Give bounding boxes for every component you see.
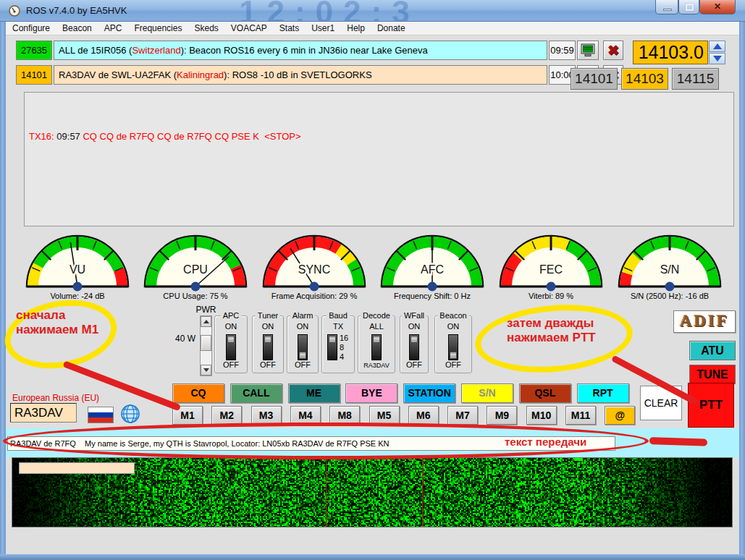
toggle-switch-beacon[interactable] xyxy=(448,334,458,360)
tx-mode-label: TX16: xyxy=(29,131,54,142)
annotation-tx-label: текст передачи xyxy=(505,435,586,449)
window-border-bottom xyxy=(0,554,745,560)
rx-tx-log[interactable]: TX16: 09:57 CQ CQ de R7FQ CQ de R7FQ CQ … xyxy=(24,92,734,226)
power-scrollbar[interactable] xyxy=(200,315,212,376)
switch-lever[interactable] xyxy=(227,336,235,343)
gauge-fec: FECViterbi: 89 % xyxy=(495,232,607,295)
svg-text:VU: VU xyxy=(70,263,85,276)
switch-group-apc: APCONOFF xyxy=(214,315,248,373)
power-label: PWR xyxy=(194,305,218,315)
menu-item-beacon[interactable]: Beacon xyxy=(62,23,92,33)
frequency-badge[interactable]: 14101 xyxy=(16,65,52,85)
toggle-switch-baud[interactable] xyxy=(327,334,337,360)
macro-button-s-n[interactable]: S/N xyxy=(461,383,513,403)
menu-item-frequencies[interactable]: Frequencies xyxy=(134,23,182,33)
red-x-icon: ✖ xyxy=(607,43,619,57)
frequency-preset-14115[interactable]: 14115 xyxy=(672,68,719,90)
monitor-message[interactable]: ALL de 15IR056 (Switzerland): Beacon ROS… xyxy=(54,41,547,60)
russia-flag-icon[interactable] xyxy=(88,407,114,423)
minimize-button[interactable] xyxy=(655,0,678,14)
tune-button[interactable]: TUNE xyxy=(689,365,736,384)
frequency-display[interactable]: 14103.0 xyxy=(633,41,708,64)
macro-button-station[interactable]: STATION xyxy=(403,383,455,403)
globe-icon[interactable] xyxy=(120,404,140,424)
switch-lever[interactable] xyxy=(411,336,418,343)
power-scrollbar-thumb[interactable] xyxy=(201,335,211,351)
computer-icon xyxy=(581,43,595,57)
frequency-preset-14103[interactable]: 14103 xyxy=(621,68,668,90)
background-clock-ghost: 12:02:3 xyxy=(239,0,420,22)
tx-message: CQ CQ de R7FQ CQ de R7FQ CQ PSE K <STOP> xyxy=(83,131,300,142)
toggle-switch-tuner[interactable] xyxy=(263,334,273,360)
gauge-vu: VUVolume: -24 dB xyxy=(22,232,133,295)
waterfall-panel xyxy=(12,457,733,527)
memory-button-m3[interactable]: M3 xyxy=(251,406,282,425)
svg-text:CPU: CPU xyxy=(183,263,208,276)
memory-button-m6[interactable]: M6 xyxy=(408,406,439,425)
memory-button-m9[interactable]: M9 xyxy=(487,406,517,425)
adif-button[interactable]: ADIF xyxy=(673,310,736,333)
annotation-m1-text: сначаланажимаем M1 xyxy=(16,308,98,337)
delete-row-button[interactable]: ✖ xyxy=(603,41,623,60)
toggle-switch-wfall[interactable] xyxy=(409,334,419,360)
switch-lever[interactable] xyxy=(329,336,336,343)
down-arrow-icon xyxy=(203,368,209,372)
switch-group-wfall: WFallONOFF xyxy=(400,315,429,373)
app-icon xyxy=(9,5,20,20)
window-title: ROS v7.4.0 by EA5HVK xyxy=(26,5,127,16)
macro-button-me[interactable]: ME xyxy=(288,383,340,403)
switch-lever[interactable] xyxy=(264,336,272,343)
monitor-row[interactable]: 14101 RA3DAV de SWL-UA2FAK (Kaliningrad)… xyxy=(16,65,624,85)
switch-lever[interactable] xyxy=(373,336,380,343)
frequency-badge[interactable]: 27635 xyxy=(16,41,52,60)
gauge-cpu: CPUCPU Usage: 75 % xyxy=(140,232,251,295)
app-window: 12:02:3 ROS v7.4.0 by EA5HVK ✕ Configure… xyxy=(0,0,745,560)
power-up-button[interactable] xyxy=(201,316,211,327)
memory-button-m10[interactable]: M10 xyxy=(526,406,557,425)
close-button[interactable]: ✕ xyxy=(699,0,736,14)
frequency-up-button[interactable] xyxy=(709,41,725,52)
macro-button-bye[interactable]: BYE xyxy=(345,383,397,403)
macro-button-qsl[interactable]: QSL xyxy=(519,383,571,403)
up-arrow-icon xyxy=(203,320,209,323)
switch-group-beacon: BeaconONOFF xyxy=(434,315,472,373)
macro-button-call[interactable]: CALL xyxy=(230,383,282,403)
memory-button-m11[interactable]: M11 xyxy=(565,406,596,425)
menu-item-voacap[interactable]: VOACAP xyxy=(231,23,267,33)
region-label: European Russia (EU) xyxy=(12,393,99,403)
toggle-switch-apc[interactable] xyxy=(226,334,236,360)
memory-button-m7[interactable]: M7 xyxy=(447,406,478,425)
memory-button-m2[interactable]: M2 xyxy=(211,406,242,425)
macro-button-rpt[interactable]: RPT xyxy=(577,383,629,403)
monitor-message[interactable]: RA3DAV de SWL-UA2FAK (Kaliningrad): ROS8… xyxy=(54,65,547,85)
menu-item-help[interactable]: Help xyxy=(347,23,365,33)
monitor-row[interactable]: 27635 ALL de 15IR056 (Switzerland): Beac… xyxy=(16,41,624,60)
toggle-switch-alarm[interactable] xyxy=(298,334,308,360)
atu-button[interactable]: ATU xyxy=(689,341,736,360)
memory-button--[interactable]: @ xyxy=(605,406,635,425)
menu-item-user1[interactable]: User1 xyxy=(311,23,334,33)
maximize-icon xyxy=(686,4,694,11)
tx-time: 09:57 xyxy=(56,131,80,142)
menu-item-apc[interactable]: APC xyxy=(104,23,122,33)
power-down-button[interactable] xyxy=(201,365,211,376)
callsign-input[interactable] xyxy=(10,403,77,423)
switch-lever[interactable] xyxy=(450,352,457,359)
switch-lever[interactable] xyxy=(299,352,306,359)
menu-bar: ConfigureBeaconAPCFrequenciesSkedsVOACAP… xyxy=(6,22,739,35)
switch-group-baud: BaudTX1684 xyxy=(321,315,355,373)
frequency-preset-14101[interactable]: 14101 xyxy=(571,68,618,90)
menu-item-donate[interactable]: Donate xyxy=(377,23,405,33)
memory-button-m5[interactable]: M5 xyxy=(369,406,400,425)
menu-item-skeds[interactable]: Skeds xyxy=(194,23,218,33)
menu-item-configure[interactable]: Configure xyxy=(12,23,50,33)
toggle-switch-decode[interactable] xyxy=(371,334,382,360)
maximize-button[interactable] xyxy=(678,0,699,14)
decode-pc-button[interactable] xyxy=(577,41,599,60)
frequency-down-button[interactable] xyxy=(709,53,725,64)
gauge-s-n: S/NS/N (2500 Hz): -16 dB xyxy=(614,232,725,295)
menu-item-stats[interactable]: Stats xyxy=(279,23,299,33)
ptt-button[interactable]: PTT xyxy=(688,383,734,428)
title-bar[interactable]: 12:02:3 ROS v7.4.0 by EA5HVK ✕ xyxy=(0,0,745,22)
macro-button-cq[interactable]: CQ xyxy=(172,383,224,403)
